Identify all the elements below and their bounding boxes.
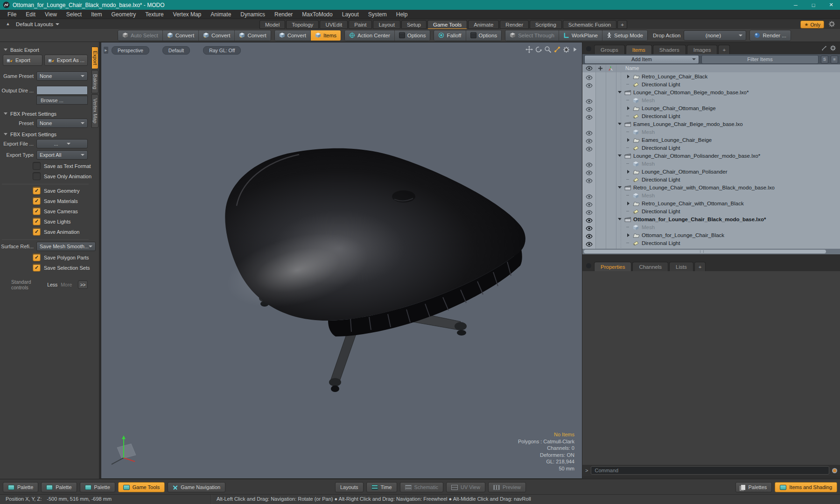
- items-panel-tab[interactable]: Items: [626, 45, 652, 54]
- visibility-eye-icon[interactable]: [586, 232, 593, 238]
- visibility-eye-icon[interactable]: [586, 240, 593, 245]
- checkbox-row[interactable]: ✓ Save Selection Sets: [33, 264, 91, 272]
- expand-caret-icon[interactable]: [626, 227, 632, 227]
- zoom-icon[interactable]: [544, 46, 552, 53]
- visibility-eye-icon[interactable]: [586, 177, 593, 182]
- expand-caret-icon[interactable]: [626, 202, 632, 205]
- workspace-tab[interactable]: UVEdit: [320, 20, 348, 29]
- item-tree-row[interactable]: Directional Light: [582, 239, 840, 247]
- export-type-select[interactable]: Export All: [36, 150, 88, 160]
- viewport-mode-button[interactable]: Perspective: [112, 46, 149, 55]
- checkbox-icon[interactable]: ✓: [33, 228, 41, 236]
- item-tree-row[interactable]: Lounge_Chair_Ottoman_Polisander_modo_bas…: [582, 152, 840, 160]
- expand-caret-icon[interactable]: [618, 89, 623, 95]
- default-layouts-switcher[interactable]: Default Layouts: [16, 19, 59, 29]
- command-macro-icon[interactable]: [832, 468, 837, 473]
- checkbox-icon[interactable]: ✓: [33, 187, 41, 195]
- hscrollbar-thumb[interactable]: [584, 250, 826, 253]
- menu-item[interactable]: Geometry: [107, 10, 141, 19]
- surface-refining-select[interactable]: Save Mesh Smooth...: [36, 242, 96, 251]
- bottom-bar-button[interactable]: Palette: [80, 482, 115, 492]
- expand-caret-icon[interactable]: [626, 106, 632, 110]
- items-panel-tab[interactable]: Images: [687, 45, 718, 54]
- visibility-eye-icon[interactable]: [586, 82, 593, 87]
- axis-column-icon[interactable]: [608, 66, 613, 71]
- expand-caret-icon[interactable]: [626, 243, 632, 243]
- expand-controls-button[interactable]: >>: [78, 280, 88, 289]
- command-input[interactable]: Command: [591, 466, 829, 475]
- checkbox-icon[interactable]: ✓: [33, 217, 41, 225]
- viewport-mode-button[interactable]: Default: [162, 46, 190, 55]
- auto-select-button[interactable]: Auto Select: [118, 30, 163, 41]
- select-through-button[interactable]: Select Through: [505, 30, 559, 41]
- visibility-eye-icon[interactable]: [586, 145, 593, 150]
- visibility-eye-icon[interactable]: [586, 98, 593, 103]
- filter-search-button[interactable]: S: [821, 56, 828, 63]
- output-dir-field[interactable]: [36, 86, 88, 95]
- checkbox-icon[interactable]: ✓: [33, 253, 41, 261]
- item-tree-row[interactable]: Ottoman_for_Lounge_Chair_Black: [582, 231, 840, 239]
- workspace-tab[interactable]: Model: [259, 20, 285, 29]
- bottom-bar-button[interactable]: Palette: [41, 482, 77, 492]
- expand-panel-icon[interactable]: [821, 45, 827, 51]
- expand-caret-icon[interactable]: [626, 116, 632, 116]
- workspace-tab[interactable]: Scripting: [530, 20, 562, 29]
- viewport-gear-icon[interactable]: [563, 46, 570, 53]
- visibility-eye-icon[interactable]: [586, 169, 593, 174]
- bottom-bar-button[interactable]: Items and Shading: [775, 482, 837, 492]
- expand-caret-icon[interactable]: [626, 100, 632, 100]
- convert-button-3[interactable]: Convert: [235, 30, 270, 41]
- setup-mode-button[interactable]: Setup Mode: [602, 30, 647, 41]
- menu-item[interactable]: Texture: [140, 10, 168, 19]
- browse-button[interactable]: Browse ...: [36, 96, 88, 105]
- visibility-eye-icon[interactable]: [586, 201, 593, 206]
- items-panel-tab[interactable]: Shaders: [653, 45, 686, 54]
- gear-icon[interactable]: [828, 21, 835, 28]
- menu-item[interactable]: Vertex Map: [168, 10, 206, 19]
- checkbox-row[interactable]: ✓ Save Geometry: [33, 187, 91, 195]
- checkbox-icon[interactable]: ✓: [33, 207, 41, 215]
- expand-caret-icon[interactable]: [618, 121, 623, 127]
- item-tree-row[interactable]: Mesh: [582, 191, 840, 199]
- checkbox-row[interactable]: ✓ Save Polygon Parts: [33, 253, 91, 261]
- item-tree-row[interactable]: Directional Light: [582, 112, 840, 120]
- fbx-export-section-header[interactable]: FBX Export Settings: [4, 131, 88, 137]
- viewport-mode-button[interactable]: Ray GL: Off: [203, 46, 241, 55]
- menu-item[interactable]: MaxToModo: [297, 10, 337, 19]
- checkbox-icon[interactable]: ✓: [33, 172, 41, 180]
- item-tree-row[interactable]: Directional Light: [582, 175, 840, 183]
- pin-column-icon[interactable]: [598, 66, 603, 71]
- item-tree-row[interactable]: Eames_Lounge_Chair_Beige_modo_base.lxo: [582, 120, 840, 128]
- convert-button-2[interactable]: Convert: [199, 30, 235, 41]
- checkbox-row[interactable]: ✓ Save Only Animation: [33, 172, 91, 180]
- item-tree-row[interactable]: Mesh: [582, 160, 840, 168]
- less-link[interactable]: Less: [47, 282, 57, 287]
- vertical-tab[interactable]: Export: [91, 47, 98, 69]
- workspace-tab[interactable]: Game Tools: [427, 20, 467, 29]
- menu-item[interactable]: System: [364, 10, 392, 19]
- basic-export-section-header[interactable]: Basic Export: [4, 47, 88, 53]
- vertical-tab[interactable]: Baking: [91, 70, 98, 93]
- command-prompt[interactable]: >: [585, 468, 588, 473]
- items-panel-tab[interactable]: +: [718, 45, 730, 54]
- orbit-icon[interactable]: [535, 46, 542, 53]
- expand-caret-icon[interactable]: [626, 233, 632, 237]
- item-tree-row[interactable]: Directional Light: [582, 207, 840, 215]
- properties-panel-tab[interactable]: +: [694, 262, 706, 271]
- item-tree-row[interactable]: Retro_Lounge_Chair_with_Ottoman_Black_mo…: [582, 183, 840, 191]
- checkbox-icon[interactable]: ✓: [33, 162, 41, 170]
- expand-caret-icon[interactable]: [626, 147, 632, 148]
- menu-item[interactable]: Animate: [206, 10, 236, 19]
- expand-caret-icon[interactable]: [618, 184, 623, 190]
- export-button[interactable]: Export: [3, 55, 42, 66]
- falloff-options-button[interactable]: Options: [466, 30, 502, 41]
- visibility-eye-icon[interactable]: [586, 217, 593, 222]
- visibility-eye-icon[interactable]: [586, 137, 593, 142]
- more-link[interactable]: More: [61, 282, 72, 287]
- checkbox-row[interactable]: ✓ Save Materials: [33, 197, 91, 205]
- maximize-viewport-icon[interactable]: [553, 46, 561, 53]
- menu-item[interactable]: Edit: [21, 10, 40, 19]
- checkbox-row[interactable]: ✓ Save Cameras: [33, 207, 91, 215]
- workspace-tab[interactable]: Animate: [468, 20, 499, 29]
- expand-caret-icon[interactable]: [626, 163, 632, 164]
